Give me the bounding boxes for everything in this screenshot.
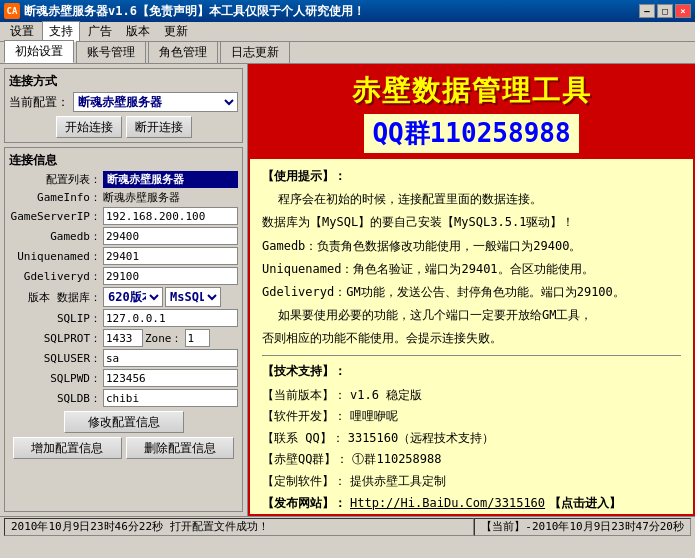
uniquenamed-row: Uniquenamed： bbox=[9, 247, 238, 265]
status-left: 2010年10月9日23时46分22秒 打开配置文件成功！ bbox=[4, 518, 474, 536]
menu-bar: 设置 支持 广告 版本 更新 bbox=[0, 22, 695, 42]
sqlpwd-input[interactable] bbox=[103, 369, 238, 387]
main-content: 连接方式 当前配置： 断魂赤壁服务器 开始连接 断开连接 连接信息 配置列表： … bbox=[0, 64, 695, 516]
usage-line-0: 程序会在初始的时候，连接配置里面的数据连接。 bbox=[278, 190, 681, 209]
menu-item-settings[interactable]: 设置 bbox=[4, 22, 40, 41]
config-list-label: 配置列表： bbox=[9, 172, 101, 187]
sqlport-row: SQLPROT： Zone： bbox=[9, 329, 238, 347]
tech-key-4: 【定制软件】： bbox=[262, 471, 346, 493]
divider bbox=[262, 355, 681, 356]
tech-row-3: 【赤壁QQ群】： ①群110258988 bbox=[262, 449, 681, 471]
tech-val-3: ①群110258988 bbox=[352, 449, 441, 471]
connection-info-section: 连接信息 配置列表： 断魂赤壁服务器 GameInfo： 断魂赤壁服务器 Gam… bbox=[4, 147, 243, 512]
sqluser-label: SQLUSER： bbox=[9, 351, 101, 366]
sqlpwd-row: SQLPWD： bbox=[9, 369, 238, 387]
current-config-select[interactable]: 断魂赤壁服务器 bbox=[73, 92, 238, 112]
tech-key-5: 【发布网站】： bbox=[262, 493, 346, 514]
gameserverip-label: GameServerIP： bbox=[9, 209, 101, 224]
gameinfo-label: GameInfo： bbox=[9, 190, 101, 205]
minimize-button[interactable]: — bbox=[639, 4, 655, 18]
tab-role-manage[interactable]: 角色管理 bbox=[148, 41, 218, 63]
zone-label: Zone： bbox=[145, 331, 183, 346]
maximize-button[interactable]: □ bbox=[657, 4, 673, 18]
usage-line-1: 数据库为【MySQL】的要自己安装【MySQL3.5.1驱动】！ bbox=[262, 213, 681, 232]
sqlport-label: SQLPROT： bbox=[9, 331, 101, 346]
gamedb-row: Gamedb： bbox=[9, 227, 238, 245]
menu-item-ads[interactable]: 广告 bbox=[82, 22, 118, 41]
sqlport-input[interactable] bbox=[103, 329, 143, 347]
tab-bar: 初始设置 账号管理 角色管理 日志更新 bbox=[0, 42, 695, 64]
usage-line-2: Gamedb：负责角色数据修改功能使用，一般端口为29400。 bbox=[262, 237, 681, 256]
add-config-button[interactable]: 增加配置信息 bbox=[13, 437, 122, 459]
tech-key-2: 【联系 QQ】： bbox=[262, 428, 344, 450]
tech-row-5: 【发布网站】： Http://Hi.BaiDu.Com/3315160 【点击进… bbox=[262, 493, 681, 514]
gdeliveryd-input[interactable] bbox=[103, 267, 238, 285]
tech-key-3: 【赤壁QQ群】： bbox=[262, 449, 348, 471]
tech-table: 【当前版本】： v1.6 稳定版 【软件开发】： 哩哩咿呢 【联系 QQ】： 3… bbox=[262, 385, 681, 514]
sqlip-label: SQLIP： bbox=[9, 311, 101, 326]
gameinfo-row: GameInfo： 断魂赤壁服务器 bbox=[9, 190, 238, 205]
usage-line-6: 否则相应的功能不能使用。会提示连接失败。 bbox=[262, 329, 681, 348]
close-button[interactable]: × bbox=[675, 4, 691, 18]
sqldb-label: SQLDB： bbox=[9, 391, 101, 406]
disconnect-button[interactable]: 断开连接 bbox=[126, 116, 192, 138]
gameserverip-input[interactable] bbox=[103, 207, 238, 225]
tech-key-0: 【当前版本】： bbox=[262, 385, 346, 407]
start-connect-button[interactable]: 开始连接 bbox=[56, 116, 122, 138]
sqlip-row: SQLIP： bbox=[9, 309, 238, 327]
tech-val-4: 提供赤壁工具定制 bbox=[350, 471, 446, 493]
version-db-select[interactable]: 620版本 bbox=[103, 287, 163, 307]
gameserverip-row: GameServerIP： bbox=[9, 207, 238, 225]
app-icon: CA bbox=[4, 3, 20, 19]
sql-type-select[interactable]: MsSQL库 bbox=[165, 287, 221, 307]
connect-buttons: 开始连接 断开连接 bbox=[9, 116, 238, 138]
window-title: 断魂赤壁服务器v1.6【免责声明】本工具仅限于个人研究使用！ bbox=[24, 3, 365, 20]
tech-key-1: 【软件开发】： bbox=[262, 406, 346, 428]
usage-title: 【使用提示】： bbox=[262, 167, 681, 186]
version-label: 版本 数据库： bbox=[9, 290, 101, 305]
tech-row-0: 【当前版本】： v1.6 稳定版 bbox=[262, 385, 681, 407]
right-body: 【使用提示】： 程序会在初始的时候，连接配置里面的数据连接。 数据库为【MySQ… bbox=[250, 159, 693, 514]
menu-item-support[interactable]: 支持 bbox=[42, 21, 80, 42]
tech-val-1: 哩哩咿呢 bbox=[350, 406, 398, 428]
tech-row-4: 【定制软件】： 提供赤壁工具定制 bbox=[262, 471, 681, 493]
tech-title: 【技术支持】： bbox=[262, 362, 681, 381]
tab-initial-settings[interactable]: 初始设置 bbox=[4, 40, 74, 63]
connect-section: 连接方式 当前配置： 断魂赤壁服务器 开始连接 断开连接 bbox=[4, 68, 243, 143]
config-list-row: 配置列表： 断魂赤壁服务器 bbox=[9, 171, 238, 188]
gdeliveryd-row: Gdeliveryd： bbox=[9, 267, 238, 285]
tech-row-2: 【联系 QQ】： 3315160（远程技术支持） bbox=[262, 428, 681, 450]
uniquenamed-label: Uniquenamed： bbox=[9, 249, 101, 264]
gdeliveryd-label: Gdeliveryd： bbox=[9, 269, 101, 284]
tech-val-5[interactable]: Http://Hi.BaiDu.Com/3315160 bbox=[350, 493, 545, 514]
delete-config-button[interactable]: 删除配置信息 bbox=[126, 437, 235, 459]
connection-info-title: 连接信息 bbox=[9, 152, 238, 169]
usage-line-5: 如果要使用必要的功能，这几个端口一定要开放给GM工具， bbox=[278, 306, 681, 325]
sqluser-input[interactable] bbox=[103, 349, 238, 367]
tech-val-0: v1.6 稳定版 bbox=[350, 385, 422, 407]
tab-account-manage[interactable]: 账号管理 bbox=[76, 41, 146, 63]
usage-line-3: Uniquenamed：角色名验证，端口为29401。合区功能使用。 bbox=[262, 260, 681, 279]
menu-item-version[interactable]: 版本 bbox=[120, 22, 156, 41]
menu-item-update[interactable]: 更新 bbox=[158, 22, 194, 41]
gameinfo-value: 断魂赤壁服务器 bbox=[103, 190, 238, 205]
gamedb-input[interactable] bbox=[103, 227, 238, 245]
header-title: 赤壁数据管理工具 bbox=[260, 72, 683, 110]
connect-section-title: 连接方式 bbox=[9, 73, 238, 90]
usage-line-4: Gdeliveryd：GM功能，发送公告、封停角色功能。端口为29100。 bbox=[262, 283, 681, 302]
tab-log-update[interactable]: 日志更新 bbox=[220, 41, 290, 63]
modify-config-button[interactable]: 修改配置信息 bbox=[64, 411, 184, 433]
tech-val-2: 3315160（远程技术支持） bbox=[348, 428, 495, 450]
config-list-value: 断魂赤壁服务器 bbox=[103, 171, 238, 188]
config-action-buttons: 增加配置信息 删除配置信息 bbox=[9, 433, 238, 463]
sqluser-row: SQLUSER： bbox=[9, 349, 238, 367]
sqldb-input[interactable] bbox=[103, 389, 238, 407]
zone-input[interactable] bbox=[185, 329, 210, 347]
sqlip-input[interactable] bbox=[103, 309, 238, 327]
uniquenamed-input[interactable] bbox=[103, 247, 238, 265]
current-config-label: 当前配置： bbox=[9, 94, 69, 111]
sqlpwd-label: SQLPWD： bbox=[9, 371, 101, 386]
status-bar: 2010年10月9日23时46分22秒 打开配置文件成功！ 【当前】-2010年… bbox=[0, 516, 695, 536]
tech-extra-5[interactable]: 【点击进入】 bbox=[549, 493, 621, 514]
current-config-row: 当前配置： 断魂赤壁服务器 bbox=[9, 92, 238, 112]
